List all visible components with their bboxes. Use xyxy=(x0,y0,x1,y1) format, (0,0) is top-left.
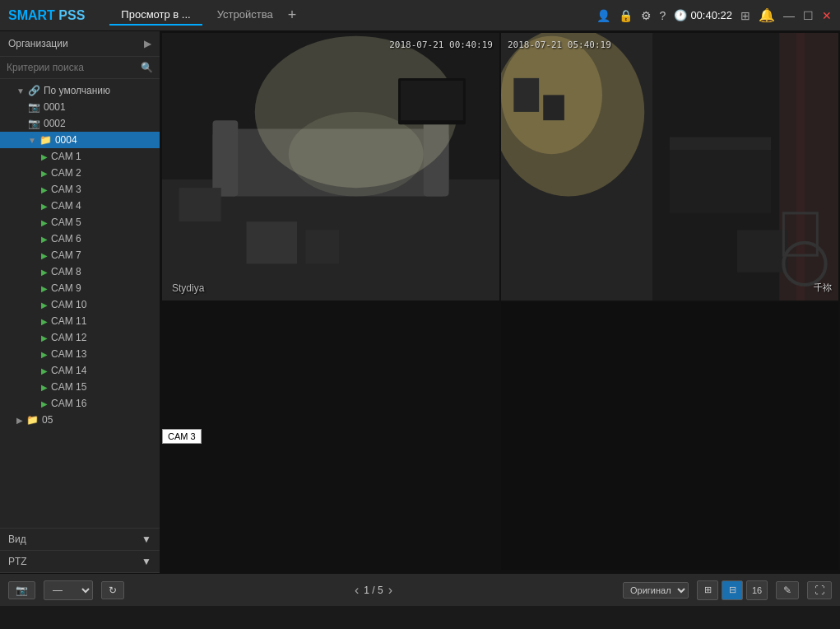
org-expand-icon[interactable]: ▶ xyxy=(144,38,151,49)
view-panel[interactable]: Вид ▼ xyxy=(0,529,160,551)
tree-label-cam3: CAM 3 xyxy=(51,184,81,195)
tree-item-cam4[interactable]: ▶ CAM 4 xyxy=(0,198,160,214)
svg-rect-13 xyxy=(501,33,653,301)
tree-label-cam16: CAM 16 xyxy=(51,398,86,409)
tree-item-cam3[interactable]: ▶ CAM 3 xyxy=(0,181,160,198)
tree-label-cam15: CAM 15 xyxy=(51,381,86,393)
cam3-tooltip: CAM 3 xyxy=(162,429,202,444)
close-button[interactable]: ✕ xyxy=(822,9,832,22)
device-tree: ▼ 🔗 По умолчанию 📷 0001 📷 0002 ▼ 📁 0004 xyxy=(0,79,160,528)
group-icon-05: 📁 xyxy=(26,414,39,426)
group-icon: 🔗 xyxy=(28,85,40,96)
tree-item-cam8[interactable]: ▶ CAM 8 xyxy=(0,263,160,280)
cam-icon-9: ▶ xyxy=(41,284,48,293)
tree-item-cam5[interactable]: ▶ CAM 5 xyxy=(0,214,160,231)
cam-icon-5: ▶ xyxy=(41,218,48,227)
tree-item-cam12[interactable]: ▶ CAM 12 xyxy=(0,329,160,346)
page-info: 1 / 5 xyxy=(364,585,383,596)
layout-16-button[interactable]: 16 xyxy=(746,580,768,600)
video-area: 2018-07-21 00:40:19 Stydiya xyxy=(160,31,840,573)
tree-label-cam11: CAM 11 xyxy=(51,315,86,327)
tab-preview[interactable]: Просмотр в ... xyxy=(109,5,202,26)
search-bar: 🔍 xyxy=(0,57,160,79)
tree-item-0001[interactable]: 📷 0001 xyxy=(0,99,160,115)
tree-item-cam9[interactable]: ▶ CAM 9 xyxy=(0,280,160,296)
tree-item-cam6[interactable]: ▶ CAM 6 xyxy=(0,231,160,247)
arrow-icon-05: ▶ xyxy=(16,416,23,425)
bell-icon[interactable]: 🔔 xyxy=(759,7,775,23)
tree-item-cam1[interactable]: ▶ CAM 1 xyxy=(0,148,160,165)
tree-item-cam7[interactable]: ▶ CAM 7 xyxy=(0,247,160,263)
ptz-panel-arrow: ▼ xyxy=(142,556,151,567)
view-panel-label: Вид xyxy=(8,533,26,545)
tree-item-cam16[interactable]: ▶ CAM 16 xyxy=(0,395,160,412)
tree-label-cam9: CAM 9 xyxy=(51,282,81,294)
layout-4-button[interactable]: ⊞ xyxy=(697,580,718,600)
minimize-button[interactable]: — xyxy=(783,9,795,22)
tree-label-cam13: CAM 13 xyxy=(51,348,86,360)
svg-rect-7 xyxy=(247,221,298,263)
snapshot-button[interactable]: 📷 xyxy=(8,581,35,599)
main-layout: Организации ▶ 🔍 ▼ 🔗 По умолчанию 📷 0001 … xyxy=(0,31,840,573)
refresh-icon: ↻ xyxy=(109,585,117,596)
tree-item-cam15[interactable]: ▶ CAM 15 xyxy=(0,379,160,395)
logo-smart: SMART xyxy=(8,8,55,22)
tree-item-cam14[interactable]: ▶ CAM 14 xyxy=(0,362,160,379)
tree-item-cam10[interactable]: ▶ CAM 10 xyxy=(0,296,160,313)
tree-item-cam11[interactable]: ▶ CAM 11 xyxy=(0,313,160,329)
snapshot-icon: 📷 xyxy=(16,585,28,596)
tree-label-cam8: CAM 8 xyxy=(51,266,81,277)
cam-icon-12: ▶ xyxy=(41,333,48,342)
video-cell-3[interactable]: CAM 3 xyxy=(162,302,499,570)
user-icon[interactable]: 👤 xyxy=(596,9,610,22)
cam-icon-4: ▶ xyxy=(41,202,48,211)
tree-label-0001: 0001 xyxy=(44,101,66,113)
ptz-panel[interactable]: PTZ ▼ xyxy=(0,551,160,573)
svg-point-16 xyxy=(501,36,602,155)
cam-icon-14: ▶ xyxy=(41,366,48,375)
refresh-button[interactable]: ↻ xyxy=(101,581,124,599)
tree-label-cam4: CAM 4 xyxy=(51,200,81,212)
lock-icon[interactable]: 🔒 xyxy=(619,9,633,22)
tree-label-05: 05 xyxy=(42,414,53,426)
help-icon[interactable]: ? xyxy=(660,9,666,22)
svg-rect-25 xyxy=(543,95,564,120)
layout-buttons: ⊞ ⊟ 16 xyxy=(697,580,768,600)
tree-label-0004: 0004 xyxy=(55,134,77,146)
device-icon-0004: 📁 xyxy=(39,134,52,146)
add-tab-button[interactable]: + xyxy=(288,7,297,24)
prev-page-button[interactable]: ‹ xyxy=(355,583,359,598)
tree-item-cam13[interactable]: ▶ CAM 13 xyxy=(0,346,160,362)
tree-label-cam2: CAM 2 xyxy=(51,167,81,179)
stream-select[interactable]: — xyxy=(44,580,93,600)
svg-rect-8 xyxy=(305,230,339,263)
cam1-timestamp: 2018-07-21 00:40:19 xyxy=(389,40,493,50)
time-display: 🕐 00:40:22 xyxy=(674,9,732,21)
tab-devices[interactable]: Устройства xyxy=(206,5,285,26)
video-cell-2[interactable]: 2018-07-21 05:40:19 千祢 xyxy=(501,33,838,301)
layout-grid-button[interactable]: ⊟ xyxy=(722,580,743,600)
svg-rect-9 xyxy=(398,78,466,124)
video-cell-1[interactable]: 2018-07-21 00:40:19 Stydiya xyxy=(162,33,499,301)
tree-item-default[interactable]: ▼ 🔗 По умолчанию xyxy=(0,82,160,99)
tree-label-cam10: CAM 10 xyxy=(51,299,86,310)
fullscreen-button[interactable]: ⛶ xyxy=(807,581,832,599)
tree-item-05[interactable]: ▶ 📁 05 xyxy=(0,412,160,428)
ptz-panel-label: PTZ xyxy=(8,556,27,567)
cam-icon-6: ▶ xyxy=(41,235,48,244)
video-cell-4[interactable] xyxy=(501,302,838,570)
tree-item-0002[interactable]: 📷 0002 xyxy=(0,115,160,132)
maximize-button[interactable]: ☐ xyxy=(803,9,814,22)
tree-item-0004[interactable]: ▼ 📁 0004 xyxy=(0,132,160,148)
app-logo: SMART PSS xyxy=(8,8,85,23)
edit-button[interactable]: ✎ xyxy=(776,581,799,599)
next-page-button[interactable]: › xyxy=(388,583,392,598)
search-icon[interactable]: 🔍 xyxy=(141,62,153,73)
search-input[interactable] xyxy=(7,62,136,73)
device-icon-0002: 📷 xyxy=(28,118,40,129)
gear-icon[interactable]: ⚙ xyxy=(641,9,652,22)
svg-rect-1 xyxy=(162,179,499,301)
view-panel-arrow: ▼ xyxy=(142,533,151,545)
quality-select[interactable]: Оригинал Высокое Среднее Низкое xyxy=(623,582,689,599)
tree-item-cam2[interactable]: ▶ CAM 2 xyxy=(0,165,160,181)
